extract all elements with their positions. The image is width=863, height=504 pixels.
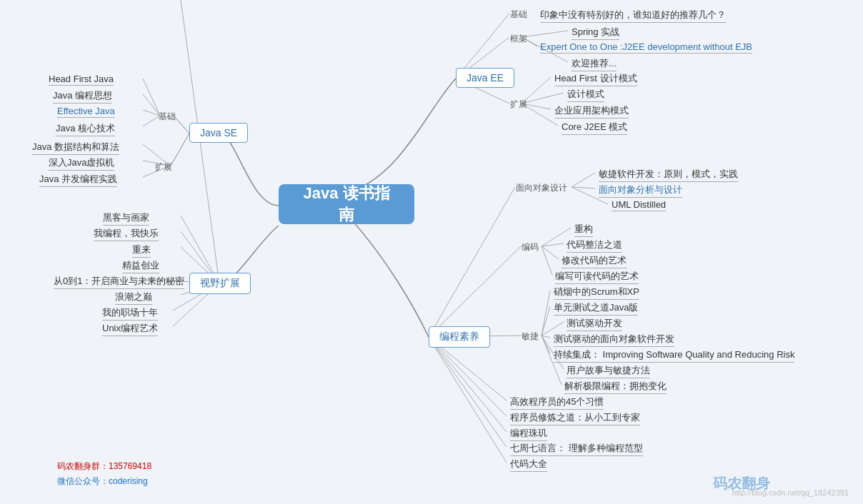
- item-java-ee-basic: 印象中没有特别好的，谁知道好的推荐几个？: [540, 9, 726, 23]
- svg-line-27: [429, 187, 515, 337]
- svg-line-30: [572, 173, 595, 187]
- label-java-ee-expand: 扩展: [510, 99, 527, 111]
- label-java-ee-basic: 基础: [510, 9, 527, 21]
- item-code-complete: 代码大全: [510, 458, 547, 472]
- contact1-label: 码农翻身群：135769418: [57, 461, 151, 471]
- item-lean-startup: 精益创业: [122, 259, 159, 273]
- item-java-concurrent: Java 并发编程实践: [39, 173, 117, 187]
- branch-wild-expand: 视野扩展: [189, 273, 251, 294]
- item-head-first-java: Head First Java: [49, 74, 114, 86]
- svg-line-35: [542, 246, 559, 259]
- item-java-jvm: 深入Java虚拟机: [49, 156, 114, 171]
- svg-line-2: [143, 79, 160, 116]
- item-effective-java: Effective Java: [57, 106, 115, 118]
- item-agile-software: 敏捷软件开发：原则，模式，实践: [599, 168, 738, 182]
- item-java-programming-thought: Java 编程思想: [53, 89, 112, 104]
- item-programmer-cultivate: 程序员修炼之道：从小工到专家: [510, 411, 640, 425]
- item-readable-code: 编写可读代码的艺术: [555, 270, 639, 284]
- branch-java-se: Java SE: [189, 123, 248, 143]
- svg-line-1: [171, 133, 189, 166]
- svg-line-16: [522, 93, 564, 104]
- item-programming-pearls: 编程珠玑: [510, 427, 547, 441]
- item-seven-lang: 七周七语言： 理解多种编程范型: [510, 442, 643, 456]
- svg-line-48: [429, 337, 507, 463]
- item-waves: 浪潮之巅: [115, 291, 152, 305]
- item-core-j2ee: Core J2EE 模式: [562, 121, 627, 135]
- svg-line-38: [542, 306, 550, 336]
- branch-programming-quality: 编程素养: [429, 326, 490, 348]
- svg-line-37: [542, 291, 550, 336]
- item-user-story: 用户故事与敏捷方法: [567, 364, 650, 378]
- item-scrum-xp: 硝烟中的Scrum和XP: [554, 286, 639, 300]
- item-head-first-design: Head First 设计模式: [554, 72, 637, 86]
- item-unix-art: Unix编程艺术: [102, 322, 158, 336]
- item-i-code: 我编程，我快乐: [94, 227, 159, 241]
- label-coding: 编码: [522, 241, 539, 253]
- item-welcome-recommend: 欢迎推荐...: [572, 57, 617, 71]
- item-clean-code: 代码整洁之道: [567, 238, 622, 253]
- contact2-label: 微信公众号：coderising: [57, 476, 148, 486]
- svg-line-3: [143, 94, 160, 116]
- item-java-data-struct: Java 数据结构和算法: [32, 141, 119, 155]
- item-ci: 持续集成： Improving Software Quality and Red…: [554, 348, 794, 363]
- svg-line-36: [542, 246, 552, 275]
- watermark: http://blog.csdn.net/qq_18242391: [732, 488, 849, 497]
- label-oop-design: 面向对象设计: [516, 182, 567, 194]
- svg-line-45: [429, 337, 507, 416]
- label-java-ee-framework: 框架: [510, 33, 527, 45]
- item-tdd-oop: 测试驱动的面向对象软件开发: [554, 333, 674, 347]
- item-career-ten: 我的职场十年: [102, 306, 158, 321]
- svg-line-0: [174, 116, 189, 133]
- svg-line-5: [143, 116, 160, 126]
- label-agile: 敏捷: [522, 331, 539, 343]
- item-oop-analysis: 面向对象分析与设计: [599, 183, 682, 198]
- item-rework: 重来: [132, 243, 151, 258]
- item-hackers: 黑客与画家: [103, 211, 149, 226]
- item-enterprise-arch: 企业应用架构模式: [554, 104, 629, 119]
- svg-line-40: [542, 336, 550, 338]
- svg-line-41: [542, 336, 550, 353]
- item-java-core-tech: Java 核心技术: [56, 122, 115, 136]
- item-uml-distilled: UML Distilled: [612, 199, 666, 211]
- item-xp-embrace: 解析极限编程：拥抱变化: [564, 380, 667, 394]
- bottom-info: 码农翻身群：135769418 微信公众号：coderising: [57, 459, 151, 490]
- center-node: Java 读书指南: [279, 184, 414, 224]
- svg-line-12: [522, 31, 568, 37]
- item-zero-to-one: 从0到1：开启商业与未来的秘密: [54, 275, 184, 289]
- center-label: Java 读书指南: [299, 183, 394, 226]
- branch-java-ee: Java EE: [456, 68, 514, 88]
- label-java-se-basic: 基础: [159, 111, 176, 123]
- label-java-se-expand: 扩展: [155, 161, 172, 173]
- item-unit-test: 单元测试之道Java版: [554, 301, 638, 316]
- item-design-pattern: 设计模式: [567, 88, 604, 102]
- item-45-habits: 高效程序员的45个习惯: [510, 395, 604, 410]
- svg-line-28: [429, 246, 521, 337]
- svg-line-47: [429, 337, 507, 447]
- svg-line-46: [429, 337, 507, 432]
- item-modify-code: 修改代码的艺术: [562, 254, 627, 268]
- svg-line-4: [143, 110, 160, 116]
- item-tdd: 测试驱动开发: [567, 317, 622, 331]
- item-spring: Spring 实战: [572, 26, 619, 40]
- item-expert-j2ee: Expert One to One :J2EE development with…: [540, 41, 752, 54]
- item-refactoring: 重构: [574, 223, 593, 237]
- svg-line-31: [572, 187, 595, 188]
- svg-line-34: [542, 243, 564, 246]
